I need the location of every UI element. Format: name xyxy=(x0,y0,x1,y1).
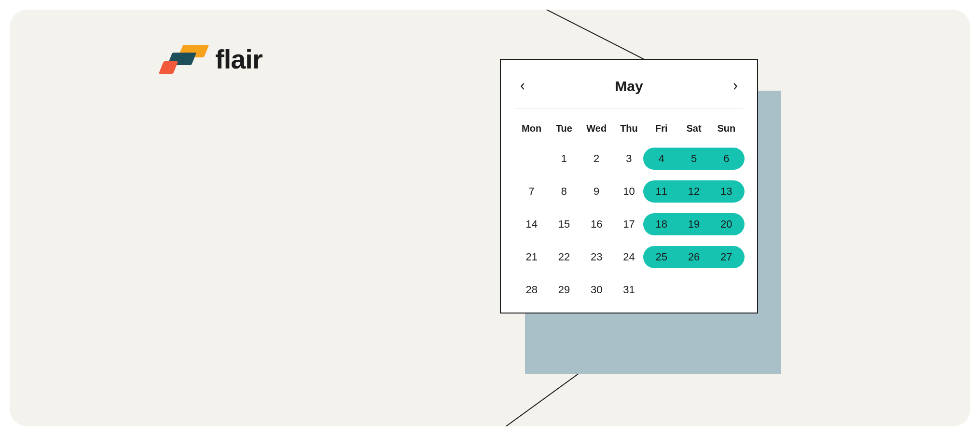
calendar-dow: Sun xyxy=(710,123,743,137)
calendar-month-label: May xyxy=(615,78,643,95)
calendar-dow: Fri xyxy=(645,123,677,137)
calendar-day[interactable]: 9 xyxy=(580,180,613,203)
calendar-day[interactable]: 2 xyxy=(580,148,613,170)
calendar-day[interactable]: 13 xyxy=(710,180,743,203)
calendar-day[interactable]: 8 xyxy=(548,180,580,203)
app-canvas: flair May MonTueWedThuFriSatSun123456789… xyxy=(10,10,970,426)
brand-name: flair xyxy=(215,43,262,75)
calendar-cell-empty xyxy=(515,148,548,170)
calendar-day[interactable]: 21 xyxy=(515,246,548,268)
calendar-day[interactable]: 18 xyxy=(645,213,677,235)
calendar-day[interactable]: 19 xyxy=(677,213,710,235)
calendar-day[interactable]: 31 xyxy=(613,279,645,301)
prev-month-button[interactable] xyxy=(517,81,528,92)
calendar-day[interactable]: 1 xyxy=(548,148,580,170)
calendar-grid: MonTueWedThuFriSatSun1234567891011121314… xyxy=(515,109,743,301)
brand-logo: flair xyxy=(159,43,262,75)
calendar-day[interactable]: 10 xyxy=(613,180,645,203)
calendar-day[interactable]: 16 xyxy=(580,213,613,235)
calendar-day[interactable]: 20 xyxy=(710,213,743,235)
calendar-day[interactable]: 7 xyxy=(515,180,548,203)
calendar-day[interactable]: 17 xyxy=(613,213,645,235)
calendar-day[interactable]: 15 xyxy=(548,213,580,235)
calendar-day[interactable]: 23 xyxy=(580,246,613,268)
calendar-day[interactable]: 12 xyxy=(677,180,710,203)
calendar-day[interactable]: 24 xyxy=(613,246,645,268)
calendar-day[interactable]: 6 xyxy=(710,148,743,170)
calendar-widget: May MonTueWedThuFriSatSun123456789101112… xyxy=(500,59,758,313)
calendar-day[interactable]: 3 xyxy=(613,148,645,170)
calendar-dow: Thu xyxy=(613,123,645,137)
calendar-day[interactable]: 25 xyxy=(645,246,677,268)
calendar-day[interactable]: 29 xyxy=(548,279,580,301)
calendar-day[interactable]: 14 xyxy=(515,213,548,235)
calendar-day[interactable]: 11 xyxy=(645,180,677,203)
next-month-button[interactable] xyxy=(730,81,741,92)
chevron-right-icon xyxy=(732,83,739,90)
calendar-dow: Wed xyxy=(580,123,613,137)
calendar-day[interactable]: 4 xyxy=(645,148,677,170)
calendar-day[interactable]: 26 xyxy=(677,246,710,268)
calendar-dow: Mon xyxy=(515,123,548,137)
calendar-dow: Sat xyxy=(677,123,710,137)
brand-logo-mark xyxy=(159,45,207,74)
calendar-day[interactable]: 22 xyxy=(548,246,580,268)
calendar-day[interactable]: 5 xyxy=(677,148,710,170)
calendar-day[interactable]: 30 xyxy=(580,279,613,301)
calendar-header: May xyxy=(515,73,743,109)
calendar-day[interactable]: 27 xyxy=(710,246,743,268)
calendar-day[interactable]: 28 xyxy=(515,279,548,301)
calendar-dow: Tue xyxy=(548,123,580,137)
chevron-left-icon xyxy=(519,83,526,90)
